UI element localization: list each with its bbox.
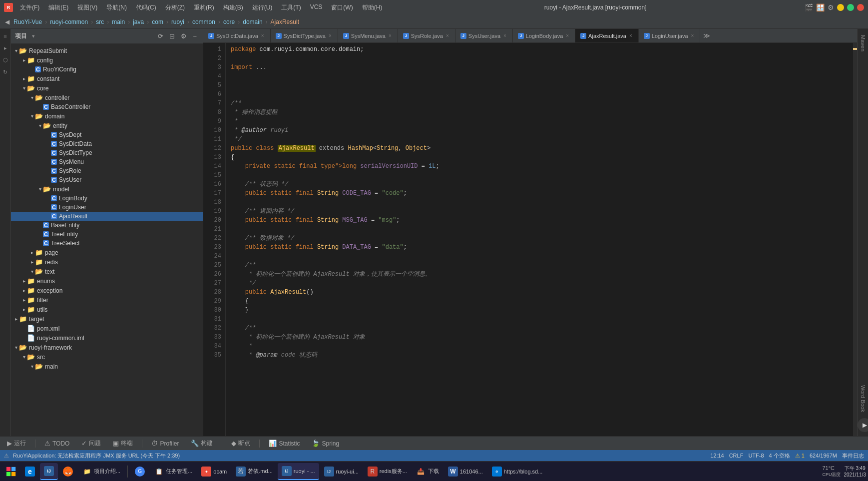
taskbar-project[interactable]: IJ bbox=[40, 463, 58, 480]
menu-item[interactable]: 工具(T) bbox=[277, 2, 305, 13]
status-indent[interactable]: 4 个空格 bbox=[769, 452, 790, 460]
code-content[interactable]: package com.ruoyi.common.core.domain; im… bbox=[226, 43, 853, 436]
tab-close-btn[interactable]: × bbox=[260, 33, 265, 38]
editor-tab[interactable]: JSysRole.java× bbox=[398, 29, 455, 43]
status-message[interactable]: RuoYiApplication: 无法检索应用程序 JMX 服务 URL (今… bbox=[13, 452, 180, 460]
tab-close-btn[interactable]: × bbox=[502, 33, 507, 38]
sidebar-tools[interactable]: ⟳ ⊟ ⚙ − bbox=[156, 31, 199, 41]
breadcrumb-item[interactable]: common bbox=[192, 18, 215, 25]
tree-item[interactable]: ▾📂model bbox=[11, 184, 203, 194]
breadcrumb-item[interactable]: ruoyi-common bbox=[50, 18, 88, 25]
breadcrumb-item[interactable]: src bbox=[96, 18, 104, 25]
side-icon-4[interactable]: ↻ bbox=[1, 69, 9, 77]
tree-item[interactable]: ▸📁redis bbox=[11, 257, 203, 267]
tabs-more-btn[interactable]: ≫ bbox=[700, 32, 713, 39]
sidebar-dropdown[interactable]: ▾ bbox=[32, 33, 35, 39]
bottom-btn-todo[interactable]: ⚠TODO bbox=[41, 439, 72, 448]
bottom-btn-运行[interactable]: ▶运行 bbox=[4, 438, 29, 449]
tree-item[interactable]: ▾📂domain bbox=[11, 111, 203, 121]
menu-item[interactable]: 构建(B) bbox=[219, 2, 247, 13]
breadcrumb-item[interactable]: domain bbox=[243, 18, 262, 25]
tree-item[interactable]: ▸📁exception bbox=[11, 286, 203, 295]
menu-item[interactable]: 代码(C) bbox=[132, 2, 160, 13]
tree-item[interactable]: CBaseEntity bbox=[11, 221, 203, 230]
breadcrumb-item[interactable]: ruoyi bbox=[171, 18, 184, 25]
tree-item[interactable]: ▾📂RepeatSubmit bbox=[11, 46, 203, 55]
word-book-tab[interactable]: Word Book bbox=[858, 381, 868, 416]
tree-item[interactable]: ▾📂src bbox=[11, 352, 203, 362]
taskbar-browser[interactable]: e https://blog.sd... bbox=[488, 463, 547, 480]
bottom-btn-终端[interactable]: ▣终端 bbox=[110, 438, 136, 449]
sidebar-tree[interactable]: ▾📂RepeatSubmit▸📁config CRuoYiConfig▸📁con… bbox=[11, 44, 203, 436]
editor-tab[interactable]: JSysUser.java× bbox=[455, 29, 513, 43]
tree-item[interactable]: 📄pom.xml bbox=[11, 324, 203, 333]
tree-item[interactable]: CTreeEntity bbox=[11, 230, 203, 239]
tree-item[interactable]: ▾📂ruoyi-framework bbox=[11, 343, 203, 352]
tree-item[interactable]: CLoginBody bbox=[11, 194, 203, 203]
menu-item[interactable]: VCS bbox=[306, 2, 327, 13]
taskbar-download[interactable]: 📥 下载 bbox=[412, 463, 443, 480]
taskbar-tasks[interactable]: 📋 任务管理... bbox=[150, 463, 196, 480]
bottom-btn-statistic[interactable]: 📊Statistic bbox=[266, 439, 303, 448]
mini-icon[interactable]: 🪟 bbox=[816, 3, 825, 11]
tree-item[interactable]: CSysUser bbox=[11, 175, 203, 184]
bottom-btn-问题[interactable]: ✓问题 bbox=[78, 438, 104, 449]
bottom-btn-spring[interactable]: 🍃Spring bbox=[309, 439, 342, 448]
menu-item[interactable]: 重构(R) bbox=[190, 2, 218, 13]
tree-item[interactable]: ▾📂main bbox=[11, 362, 203, 371]
tree-item[interactable]: CSysDictType bbox=[11, 148, 203, 157]
editor-tab[interactable]: JLoginBody.java× bbox=[513, 29, 575, 43]
menu-item[interactable]: 文件(F) bbox=[16, 2, 43, 13]
breadcrumb-item[interactable]: com bbox=[152, 18, 163, 25]
taskbar-redis[interactable]: R redis服务... bbox=[364, 463, 411, 480]
taskbar-firefox[interactable]: 🦊 bbox=[59, 463, 77, 480]
minimize-btn[interactable] bbox=[837, 4, 844, 11]
menu-item[interactable]: 视图(V) bbox=[73, 2, 101, 13]
menu-item[interactable]: 编辑(E) bbox=[44, 2, 72, 13]
start-button[interactable] bbox=[2, 463, 20, 481]
menu-item[interactable]: 导航(N) bbox=[102, 2, 131, 13]
menu-item[interactable]: 帮助(H) bbox=[358, 2, 387, 13]
tree-item[interactable]: ▾📂entity bbox=[11, 121, 203, 130]
tree-item[interactable]: ▾📂core bbox=[11, 83, 203, 93]
tree-item[interactable]: ▸📁filter bbox=[11, 295, 203, 305]
menu-bar[interactable]: 文件(F)编辑(E)视图(V)导航(N)代码(C)分析(Z)重构(R)构建(B)… bbox=[16, 2, 386, 13]
sync-btn[interactable]: ⟳ bbox=[156, 31, 165, 41]
tree-item[interactable]: CLoginUser bbox=[11, 203, 203, 212]
bottom-btn-构建[interactable]: 🔧构建 bbox=[188, 438, 216, 449]
title-bar-controls[interactable]: 🎬 🪟 ⚙ bbox=[805, 3, 864, 11]
maximize-btn[interactable] bbox=[847, 4, 854, 11]
tree-item[interactable]: ▾📂text bbox=[11, 267, 203, 276]
record-icon[interactable]: 🎬 bbox=[805, 3, 813, 11]
collapse-btn[interactable]: ⊟ bbox=[167, 31, 177, 41]
breadcrumb-item[interactable]: RuoYi-Vue bbox=[13, 18, 42, 25]
gear-btn[interactable]: ⚙ bbox=[179, 31, 189, 41]
status-position[interactable]: 12:14 bbox=[710, 453, 724, 459]
taskbar-ruoyi-ui[interactable]: IJ ruoyi-ui... bbox=[320, 463, 363, 480]
editor-tab[interactable]: JSysDictData.java× bbox=[203, 29, 271, 43]
tree-item[interactable]: CSysDictData bbox=[11, 139, 203, 148]
side-icon-2[interactable]: ▸ bbox=[1, 45, 9, 53]
tree-item[interactable]: CSysMenu bbox=[11, 157, 203, 166]
breadcrumb-item[interactable]: java bbox=[133, 18, 144, 25]
editor-tab[interactable]: JLoginUser.java× bbox=[639, 29, 701, 43]
status-line-ending[interactable]: CRLF bbox=[729, 453, 744, 459]
side-icon-1[interactable]: ≡ bbox=[1, 33, 9, 41]
tree-item[interactable]: ▸📁config bbox=[11, 55, 203, 65]
tree-item[interactable]: ▸📁page bbox=[11, 248, 203, 257]
taskbar-word[interactable]: W 161046... bbox=[444, 463, 487, 480]
tab-close-btn[interactable]: × bbox=[565, 33, 570, 38]
maven-tab[interactable]: Maven bbox=[858, 31, 868, 55]
status-encoding[interactable]: UTF-8 bbox=[748, 453, 764, 459]
word-book-icon[interactable]: ▶ bbox=[858, 418, 868, 432]
taskbar-edge[interactable]: e bbox=[21, 463, 39, 480]
tab-close-btn[interactable]: × bbox=[628, 33, 633, 38]
tree-item[interactable]: ▸📁utils bbox=[11, 305, 203, 314]
tab-close-btn[interactable]: × bbox=[445, 33, 450, 38]
taskbar-explorer[interactable]: 📁 项目介绍... bbox=[78, 463, 124, 480]
tree-item[interactable]: CTreeSelect bbox=[11, 239, 203, 248]
hide-btn[interactable]: − bbox=[191, 31, 199, 41]
tab-close-btn[interactable]: × bbox=[388, 33, 393, 38]
taskbar-chrome[interactable]: G bbox=[131, 463, 149, 480]
tree-item[interactable]: CSysRole bbox=[11, 166, 203, 175]
